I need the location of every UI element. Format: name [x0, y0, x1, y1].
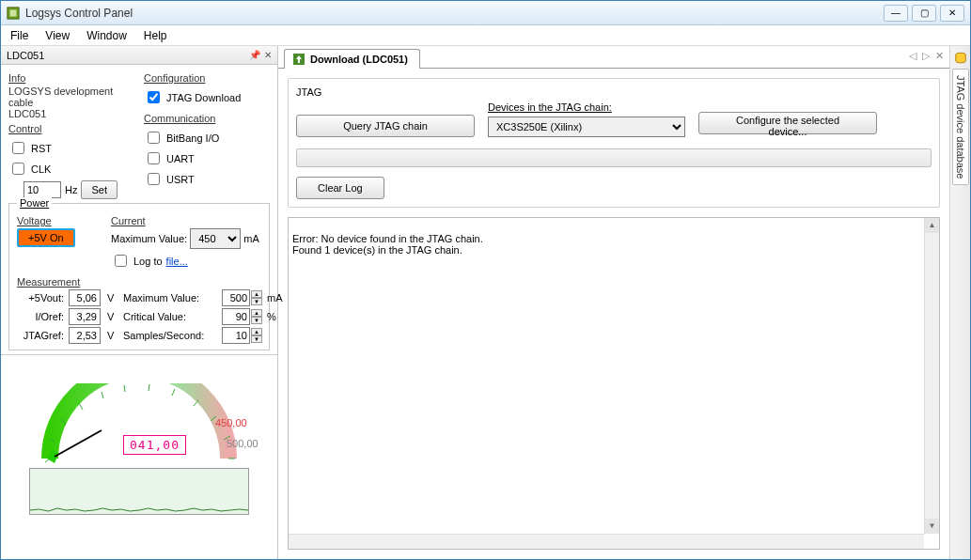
- tab-download-label: Download (LDC051): [310, 54, 408, 65]
- bitbang-checkbox[interactable]: [148, 132, 160, 144]
- menu-view[interactable]: View: [45, 29, 70, 42]
- configure-device-button[interactable]: Configure the selected device...: [698, 112, 877, 134]
- tab-next-icon[interactable]: ▷: [922, 50, 930, 62]
- pin-icon[interactable]: 📌: [249, 50, 260, 60]
- gauge-panel: 041,00 450,00 500,00: [1, 354, 277, 559]
- voltage-label: Voltage: [17, 215, 52, 226]
- left-panel-header: LDC051 📌 ✕: [1, 46, 277, 65]
- info-line1: LOGSYS development cable: [8, 86, 113, 108]
- log-content: Error: No device found in the JTAG chain…: [292, 233, 483, 256]
- spin-up-icon[interactable]: ▲: [251, 309, 262, 317]
- devices-select[interactable]: XC3S250E (Xilinx): [488, 117, 685, 137]
- svg-line-10: [194, 400, 198, 406]
- voltage-5v-button[interactable]: +5V On: [17, 228, 75, 247]
- svg-line-9: [172, 389, 175, 396]
- freq-unit: Hz: [65, 184, 77, 195]
- spin-down-icon[interactable]: ▼: [251, 335, 262, 343]
- menubar: File View Window Help: [1, 25, 970, 46]
- download-icon: [292, 53, 305, 66]
- menu-file[interactable]: File: [10, 29, 28, 42]
- clear-log-button[interactable]: Clear Log: [296, 177, 384, 199]
- rst-label: RST: [31, 143, 52, 154]
- log-to-label: Log to: [133, 256, 163, 267]
- meas-jtagref-value[interactable]: [69, 327, 101, 344]
- max-value-spin[interactable]: [222, 289, 250, 306]
- left-panel: LDC051 📌 ✕ Info LOGSYS development cable…: [1, 46, 278, 559]
- spin-up-icon[interactable]: ▲: [251, 328, 262, 335]
- scroll-down-icon[interactable]: ▼: [925, 519, 939, 534]
- current-max-select[interactable]: 450: [190, 228, 241, 249]
- tab-prev-icon[interactable]: ◁: [909, 50, 916, 62]
- meas-jtagref-unit: V: [107, 330, 118, 341]
- meas-ioref-value[interactable]: [69, 308, 101, 325]
- log-file-link[interactable]: file...: [166, 256, 188, 267]
- bitbang-label: BitBang I/O: [166, 132, 219, 144]
- clk-label: CLK: [31, 163, 51, 175]
- info-line2: LDC051: [8, 108, 46, 119]
- svg-line-8: [149, 384, 149, 391]
- scroll-up-icon[interactable]: ▲: [925, 218, 939, 233]
- tab-download[interactable]: Download (LDC051): [284, 49, 420, 69]
- comm-label: Communication: [144, 113, 215, 124]
- dock-tab-jtag-db[interactable]: JTAG device database: [952, 69, 969, 185]
- titlebar: Logsys Control Panel — ▢ ✕: [1, 1, 970, 25]
- svg-line-6: [102, 392, 103, 398]
- jtag-download-checkbox[interactable]: [148, 91, 160, 103]
- crit-value-spin[interactable]: [222, 308, 250, 325]
- left-panel-title: LDC051: [7, 50, 44, 61]
- info-label: Info: [8, 72, 25, 84]
- measurement-grid: +5Vout: V Maximum Value: ▲▼ mA I/Oref: V…: [17, 289, 261, 344]
- right-panel: Download (LDC051) ◁ ▷ ✕ JTAG Query JTAG …: [278, 46, 970, 559]
- menu-help[interactable]: Help: [144, 29, 167, 42]
- jtag-download-label: JTAG Download: [166, 92, 241, 103]
- measurement-label: Measurement: [17, 276, 80, 288]
- meas-jtagref-param: Samples/Second:: [123, 330, 217, 341]
- freq-input[interactable]: [23, 181, 61, 198]
- meas-5vout-param: Maximum Value:: [123, 292, 217, 303]
- close-button[interactable]: ✕: [940, 5, 964, 22]
- uart-label: UART: [166, 153, 195, 164]
- menu-window[interactable]: Window: [86, 29, 127, 42]
- window-controls: — ▢ ✕: [884, 5, 964, 22]
- spin-up-icon[interactable]: ▲: [251, 290, 262, 298]
- spin-down-icon[interactable]: ▼: [251, 298, 262, 305]
- clk-checkbox[interactable]: [12, 163, 24, 175]
- progress-bar: [296, 148, 932, 167]
- query-jtag-button[interactable]: Query JTAG chain: [296, 115, 475, 137]
- right-main: Download (LDC051) ◁ ▷ ✕ JTAG Query JTAG …: [278, 46, 949, 559]
- tab-close-icon[interactable]: ✕: [935, 50, 944, 62]
- log-checkbox[interactable]: [115, 255, 127, 267]
- current-max-label: Maximum Value:: [111, 233, 187, 244]
- meas-ioref-param: Critical Value:: [123, 311, 217, 322]
- spin-down-icon[interactable]: ▼: [251, 317, 262, 324]
- control-label: Control: [8, 123, 41, 134]
- main-area: LDC051 📌 ✕ Info LOGSYS development cable…: [1, 46, 970, 559]
- minimize-button[interactable]: —: [884, 5, 908, 22]
- horizontal-scrollbar[interactable]: [289, 534, 924, 549]
- usrt-checkbox[interactable]: [148, 173, 160, 185]
- database-icon: [954, 52, 967, 65]
- current-label: Current: [111, 215, 146, 226]
- tab-controls: ◁ ▷ ✕: [909, 50, 944, 62]
- meas-5vout-value[interactable]: [69, 289, 101, 306]
- vertical-scrollbar[interactable]: ▲▼: [924, 218, 939, 534]
- rst-checkbox[interactable]: [12, 142, 24, 154]
- uart-checkbox[interactable]: [148, 152, 160, 164]
- download-area: JTAG Query JTAG chain Devices in the JTA…: [278, 69, 949, 217]
- set-button[interactable]: Set: [81, 180, 117, 199]
- app-icon: [7, 7, 20, 20]
- jtag-group: JTAG Query JTAG chain Devices in the JTA…: [288, 78, 940, 208]
- meas-ioref-name: I/Oref:: [17, 311, 64, 322]
- meas-5vout-unit: V: [107, 292, 118, 303]
- power-group: Power Voltage +5V On Current Maximum Val…: [8, 203, 270, 350]
- left-panel-content: Info LOGSYS development cable LDC051 Con…: [1, 65, 277, 354]
- meas-ioref-unit: V: [107, 311, 118, 322]
- log-textarea[interactable]: Error: No device found in the JTAG chain…: [288, 217, 940, 550]
- panel-close-button[interactable]: ✕: [264, 50, 272, 60]
- samples-spin[interactable]: [222, 327, 250, 344]
- window-title: Logsys Control Panel: [25, 7, 884, 20]
- svg-line-5: [79, 403, 83, 410]
- usrt-label: USRT: [166, 174, 195, 185]
- meas-5vout-name: +5Vout:: [17, 292, 64, 303]
- maximize-button[interactable]: ▢: [912, 5, 936, 22]
